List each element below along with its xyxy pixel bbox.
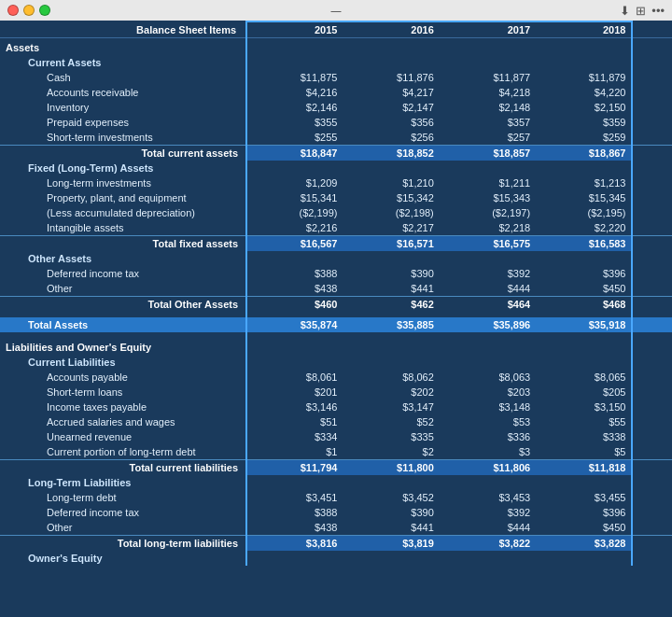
total-long-term-liabilities-row: Total long-term liabilities $3,816 $3,81…	[0, 536, 672, 552]
deferred-income-tax-label: Deferred income tax	[0, 266, 246, 281]
accounts-receivable-row: Accounts receivable $4,216 $4,217 $4,218…	[0, 85, 672, 100]
ia-2018: $2,220	[536, 220, 632, 236]
oltd-2016: $441	[343, 520, 439, 536]
dit-2018: $396	[536, 266, 632, 281]
total-current-assets-row: Total current assets $18,847 $18,852 $18…	[0, 146, 672, 161]
tcl-2018: $11,818	[536, 460, 632, 476]
stl-2016: $202	[343, 385, 439, 400]
tfa-2015: $16,567	[246, 236, 343, 252]
oth-2016: $441	[343, 281, 439, 297]
lti-2015: $1,209	[246, 175, 343, 190]
lad-2016: ($2,198)	[343, 205, 439, 220]
liabilities-equity-label: Liabilities and Owner's Equity	[0, 338, 246, 355]
col-2016-header: 2016	[343, 21, 439, 38]
table-container[interactable]: Balance Sheet Items 2015 2016 2017 2018 …	[0, 21, 672, 617]
long-term-investments-label: Long-term investments	[0, 175, 246, 190]
ditlt-2017: $392	[440, 505, 536, 520]
ta-2016: $35,885	[343, 317, 439, 332]
window-controls	[7, 5, 50, 16]
pe-2018: $359	[536, 115, 632, 130]
income-taxes-payable-row: Income taxes payable $3,146 $3,147 $3,14…	[0, 400, 672, 414]
current-liabilities-header: Current Liabilities	[0, 355, 672, 370]
cpltd-2018: $5	[536, 444, 632, 460]
deferred-income-tax-row: Deferred income tax $388 $390 $392 $396	[0, 266, 672, 281]
owners-equity-label: Owner's Equity	[0, 551, 246, 566]
oth-2015: $438	[246, 281, 343, 297]
ap-2018: $8,065	[536, 370, 632, 385]
other-lt-label: Other	[0, 520, 246, 536]
balance-sheet-table: Balance Sheet Items 2015 2016 2017 2018 …	[0, 21, 672, 566]
ar-2015: $4,216	[246, 85, 343, 100]
col-label-header: Balance Sheet Items	[0, 21, 246, 38]
dit-2015: $388	[246, 266, 343, 281]
ppe-row: Property, plant, and equipment $15,341 $…	[0, 190, 672, 205]
fixed-assets-label: Fixed (Long-Term) Assets	[0, 161, 246, 175]
cash-2018: $11,879	[536, 70, 632, 85]
ur-2018: $338	[536, 429, 632, 444]
lti-2017: $1,211	[440, 175, 536, 190]
inventory-label: Inventory	[0, 100, 246, 115]
tfa-2018: $16,583	[536, 236, 632, 252]
ap-2016: $8,062	[343, 370, 439, 385]
lad-2015: ($2,199)	[246, 205, 343, 220]
minimize-button[interactable]	[23, 5, 35, 16]
sti-2017: $257	[440, 130, 536, 146]
unearned-revenue-label: Unearned revenue	[0, 429, 246, 444]
table-header: Balance Sheet Items 2015 2016 2017 2018	[0, 21, 672, 38]
oth-2017: $444	[440, 281, 536, 297]
oth-2018: $450	[536, 281, 632, 297]
lad-2017: ($2,197)	[440, 205, 536, 220]
tca-2016: $18,852	[343, 146, 439, 161]
toa-2016: $462	[343, 297, 439, 313]
toa-2015: $460	[246, 297, 343, 313]
accrued-salaries-label: Accrued salaries and wages	[0, 414, 246, 429]
ap-2015: $8,061	[246, 370, 343, 385]
cpltd-2017: $3	[440, 444, 536, 460]
stl-2017: $203	[440, 385, 536, 400]
tca-2015: $18,847	[246, 146, 343, 161]
accounts-receivable-label: Accounts receivable	[0, 85, 246, 100]
total-long-term-liabilities-label: Total long-term liabilities	[0, 536, 246, 552]
short-term-loans-label: Short-term loans	[0, 385, 246, 400]
ltd-2018: $3,455	[536, 490, 632, 505]
deferred-income-tax-lt-label: Deferred income tax	[0, 505, 246, 520]
total-assets-label: Total Assets	[0, 317, 246, 332]
inv-2018: $2,150	[536, 100, 632, 115]
maximize-button[interactable]	[39, 5, 50, 16]
current-portion-ltd-label: Current portion of long-term debt	[0, 444, 246, 460]
close-button[interactable]	[7, 5, 19, 16]
tca-2017: $18,857	[440, 146, 536, 161]
long-term-liabilities-header: Long-Term Liabilities	[0, 475, 672, 490]
col-2017-header: 2017	[440, 21, 536, 38]
pe-2017: $357	[440, 115, 536, 130]
fixed-assets-header: Fixed (Long-Term) Assets	[0, 161, 672, 175]
ppe-2015: $15,341	[246, 190, 343, 205]
total-other-assets-row: Total Other Assets $460 $462 $464 $468	[0, 297, 672, 313]
current-assets-label: Current Assets	[0, 55, 246, 70]
other-assets-label: Other Assets	[0, 251, 246, 266]
download-icon[interactable]: ⬇	[620, 4, 630, 18]
inv-2017: $2,148	[440, 100, 536, 115]
inv-2015: $2,146	[246, 100, 343, 115]
tfa-2016: $16,571	[343, 236, 439, 252]
long-term-investments-row: Long-term investments $1,209 $1,210 $1,2…	[0, 175, 672, 190]
long-term-debt-label: Long-term debt	[0, 490, 246, 505]
short-term-investments-label: Short-term investments	[0, 130, 246, 146]
ur-2015: $334	[246, 429, 343, 444]
stl-2018: $205	[536, 385, 632, 400]
ditlt-2018: $396	[536, 505, 632, 520]
sti-2018: $259	[536, 130, 632, 146]
inventory-row: Inventory $2,146 $2,147 $2,148 $2,150	[0, 100, 672, 115]
more-icon[interactable]: •••	[651, 4, 665, 18]
ditlt-2016: $390	[343, 505, 439, 520]
ar-2018: $4,220	[536, 85, 632, 100]
as-2016: $52	[343, 414, 439, 429]
ditlt-2015: $388	[246, 505, 343, 520]
total-fixed-assets-label: Total fixed assets	[0, 236, 246, 252]
current-portion-ltd-row: Current portion of long-term debt $1 $2 …	[0, 444, 672, 460]
col-2015-header: 2015	[246, 21, 343, 38]
share-icon[interactable]: ⊞	[636, 4, 646, 18]
cpltd-2015: $1	[246, 444, 343, 460]
total-fixed-assets-row: Total fixed assets $16,567 $16,571 $16,5…	[0, 236, 672, 252]
cash-2016: $11,876	[343, 70, 439, 85]
